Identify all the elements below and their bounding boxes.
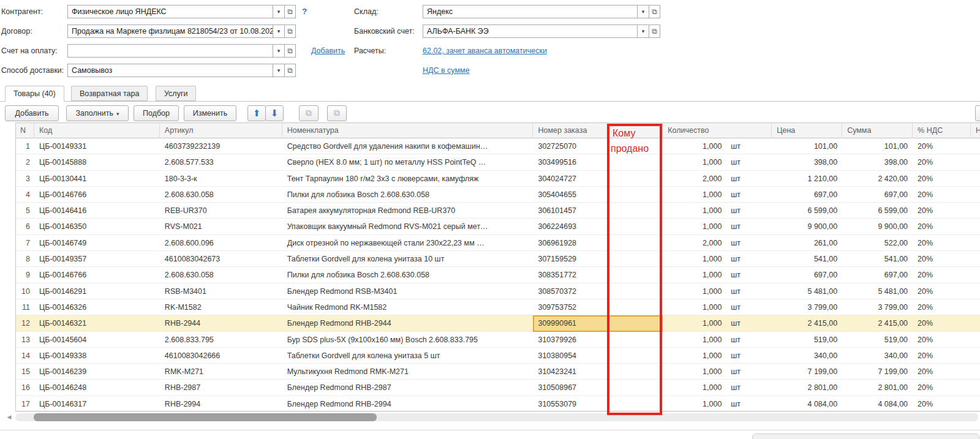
add-row-button[interactable]: Добавить: [5, 105, 59, 121]
cell-nomenclature[interactable]: Мультикухня Redmond RMK-M271: [282, 364, 533, 380]
cell-last-truncated[interactable]: [971, 203, 980, 219]
cell-price[interactable]: 7 199,00: [772, 364, 842, 380]
table-row[interactable]: 3ЦБ-00130441180-3-3-кТент Тарпаулин 180 …: [16, 171, 980, 187]
cell-code[interactable]: ЦБ-00130441: [34, 171, 160, 187]
cell-article[interactable]: RHB-2944: [160, 315, 282, 331]
column-header-3[interactable]: Артикул: [160, 123, 282, 138]
cell-price[interactable]: 4 084,00: [772, 396, 842, 412]
table-row[interactable]: 8ЦБ-001493574610083042673Таблетки Gordve…: [16, 251, 980, 267]
cell-article[interactable]: RHB-2987: [160, 380, 282, 396]
cell-article[interactable]: RK-M1582: [160, 299, 282, 315]
cell-last-truncated[interactable]: [971, 315, 980, 331]
fill-button[interactable]: Заполнить▾: [66, 105, 129, 121]
cell-code[interactable]: ЦБ-00145888: [34, 154, 160, 170]
cell-last-truncated[interactable]: [971, 187, 980, 203]
table-row[interactable]: 17ЦБ-00146317RHB-2994Блендер Redmond RHB…: [16, 396, 980, 412]
cell-sum[interactable]: 5 481,00: [842, 283, 913, 299]
cell-article[interactable]: 2.608.630.058: [160, 187, 282, 203]
table-row[interactable]: 7ЦБ-001467492.608.600.096Диск отрезной п…: [16, 235, 980, 251]
copy-rows-button[interactable]: ⧉: [299, 105, 318, 121]
cell-sum[interactable]: 101,00: [842, 138, 913, 154]
cell-code[interactable]: ЦБ-00146749: [34, 235, 160, 251]
cell-vat[interactable]: 20%: [913, 187, 971, 203]
chevron-down-icon[interactable]: ▾: [637, 25, 649, 37]
cell-price[interactable]: 697,00: [772, 267, 842, 283]
cell-order-number[interactable]: 310423241: [533, 364, 663, 380]
cell-rownum[interactable]: 1: [16, 138, 34, 154]
cell-sum[interactable]: 697,00: [842, 187, 913, 203]
hscroll-left-arrow-icon[interactable]: ◀: [5, 413, 13, 421]
cell-last-truncated[interactable]: [971, 219, 980, 235]
tab-услуги[interactable]: Услуги: [156, 86, 196, 101]
cell-article[interactable]: 2.608.600.096: [160, 235, 282, 251]
column-header-5[interactable]: Номер заказа: [533, 123, 663, 138]
cell-rownum[interactable]: 8: [16, 251, 34, 267]
cell-code[interactable]: ЦБ-00146416: [34, 203, 160, 219]
paste-rows-button[interactable]: ⧉: [327, 105, 347, 121]
cell-code[interactable]: ЦБ-00146239: [34, 364, 160, 380]
cell-last-truncated[interactable]: [971, 299, 980, 315]
cell-rownum[interactable]: 15: [16, 364, 34, 380]
cell-order-number[interactable]: 308570372: [533, 283, 663, 299]
cell-quantity[interactable]: 2,000шт: [663, 235, 772, 251]
cell-rownum[interactable]: 4: [16, 187, 34, 203]
cell-last-truncated[interactable]: [971, 154, 980, 170]
cell-nomenclature[interactable]: Тент Тарпаулин 180 г/м2 3х3 с люверсами,…: [282, 171, 533, 187]
cell-nomenclature[interactable]: Блендер Redmond RHB-2944: [282, 315, 533, 331]
table-row[interactable]: 9ЦБ-001467662.608.630.058Пилки для лобзи…: [16, 267, 980, 283]
cell-order-number[interactable]: 310380954: [533, 348, 663, 364]
settings-link[interactable]: НДС в сумме: [423, 64, 470, 77]
cell-sum[interactable]: 2 415,00: [842, 315, 913, 331]
cell-code[interactable]: ЦБ-00146766: [34, 267, 160, 283]
cell-code[interactable]: ЦБ-00146350: [34, 219, 160, 235]
cell-article[interactable]: 2.608.577.533: [160, 154, 282, 170]
cell-vat[interactable]: 20%: [913, 299, 971, 315]
cell-price[interactable]: 261,00: [772, 235, 842, 251]
cell-sum[interactable]: 522,00: [842, 235, 913, 251]
table-row[interactable]: 4ЦБ-001467662.608.630.058Пилки для лобзи…: [16, 187, 980, 203]
column-header-7[interactable]: Цена: [772, 123, 842, 138]
cell-order-number[interactable]: 305404655: [533, 187, 663, 203]
cell-order-number[interactable]: 304024727: [533, 171, 663, 187]
cell-vat[interactable]: 20%: [913, 235, 971, 251]
cell-quantity[interactable]: 1,000шт: [663, 315, 772, 331]
cell-price[interactable]: 340,00: [772, 348, 842, 364]
cell-last-truncated[interactable]: [971, 235, 980, 251]
edit-button[interactable]: Изменить: [184, 105, 236, 121]
cell-quantity[interactable]: 1,000шт: [663, 380, 772, 396]
cell-rownum[interactable]: 13: [16, 332, 34, 348]
table-row[interactable]: 5ЦБ-00146416REB-UR370Батарея аккумулятор…: [16, 203, 980, 219]
cell-last-truncated[interactable]: [971, 283, 980, 299]
cell-vat[interactable]: 20%: [913, 251, 971, 267]
cell-last-truncated[interactable]: [971, 332, 980, 348]
cell-order-number[interactable]: 310379926: [533, 332, 663, 348]
cell-order-number[interactable]: 306224693: [533, 219, 663, 235]
table-row[interactable]: 11ЦБ-00146326RK-M1582Чайник Redmond RK-M…: [16, 299, 980, 315]
cell-nomenclature[interactable]: Батарея аккумуляторная Redmond REB-UR370: [282, 203, 533, 219]
cell-article[interactable]: 2.608.630.058: [160, 267, 282, 283]
table-row[interactable]: 1ЦБ-001493314603739232139Средство Gordve…: [16, 138, 980, 154]
cell-nomenclature[interactable]: Блендер Redmond RSB-M3401: [282, 283, 533, 299]
cell-price[interactable]: 5 481,00: [772, 283, 842, 299]
cell-article[interactable]: 4603739232139: [160, 138, 282, 154]
cell-sum[interactable]: 4 084,00: [842, 396, 913, 412]
cell-price[interactable]: 541,00: [772, 251, 842, 267]
cell-sum[interactable]: 9 900,00: [842, 219, 913, 235]
cell-last-truncated[interactable]: [971, 251, 980, 267]
банковскийсчет-field[interactable]: АЛЬФА-БАНК ЭЭ▾: [423, 24, 649, 38]
cell-article[interactable]: RSB-M3401: [160, 283, 282, 299]
cell-quantity[interactable]: 1,000шт: [663, 332, 772, 348]
cell-quantity[interactable]: 1,000шт: [663, 364, 772, 380]
chevron-down-icon[interactable]: ▾: [637, 6, 649, 18]
cell-code[interactable]: ЦБ-00149357: [34, 251, 160, 267]
cell-rownum[interactable]: 2: [16, 154, 34, 170]
cell-code[interactable]: ЦБ-00146291: [34, 283, 160, 299]
cell-code[interactable]: ЦБ-00146317: [34, 396, 160, 412]
column-header-9[interactable]: % НДС: [913, 123, 971, 138]
cell-nomenclature[interactable]: Упаковщик вакуумный Redmond RVS-M021 сер…: [282, 219, 533, 235]
cell-quantity[interactable]: 1,000шт: [663, 187, 772, 203]
cell-nomenclature[interactable]: Чайник Redmond RK-M1582: [282, 299, 533, 315]
cell-vat[interactable]: 20%: [913, 203, 971, 219]
pick-button[interactable]: Подбор: [134, 105, 179, 121]
cell-vat[interactable]: 20%: [913, 332, 971, 348]
